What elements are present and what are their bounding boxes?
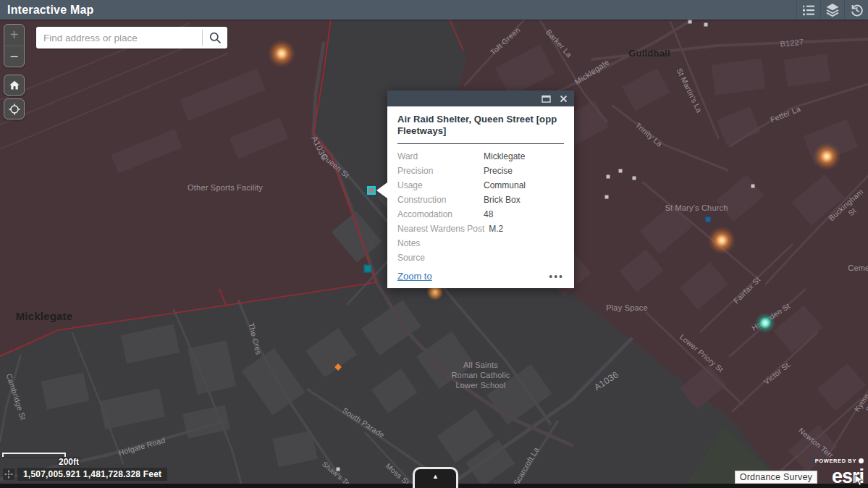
attribute-label: Precision [397,164,484,178]
coordinates-widget: 1,507,005.921 1,481,728.328 Feet [3,468,167,481]
teal-glow-marker[interactable] [755,313,775,333]
orange-glow-marker[interactable] [813,143,840,170]
popup-title: Air Raid Shelter, Queen Street [opp Flee… [397,114,564,137]
attribute-row: PrecisionPrecise [397,164,564,178]
legend-icon[interactable] [796,0,820,20]
attribute-label: Construction [397,193,484,207]
popup-divider [397,143,564,144]
blue-square-marker[interactable] [706,217,711,222]
teal-square-marker[interactable] [364,265,372,273]
attribute-label: Source [397,251,484,265]
scale-bar-line [2,453,66,457]
attribute-row: Notes [397,236,564,251]
maximize-icon[interactable] [542,95,551,103]
attribute-row: Source [397,251,564,265]
search-icon [208,31,222,45]
search-button[interactable] [203,27,227,49]
esri-globe-dot [859,458,864,463]
attribute-value: Communal [484,178,526,193]
home-button[interactable] [4,75,25,96]
zoom-in-button[interactable]: + [4,25,24,46]
search-box [36,27,227,49]
orange-glow-marker[interactable] [708,227,736,254]
esri-logo: POWERED BY esri [815,455,864,487]
ordnance-survey-attribution: Ordnance Survey [735,471,817,484]
popup-body: Air Raid Shelter, Queen Street [opp Flee… [387,106,574,288]
attribute-row: ConstructionBrick Box [397,193,564,207]
layers-icon[interactable] [820,0,844,20]
popup-header[interactable] [387,91,574,106]
attribute-table-toggle[interactable]: ▲ [413,467,458,488]
attribute-row: UsageCommunal [397,178,564,193]
attribute-label: Nearest Wardens Post [397,222,489,236]
close-icon[interactable] [560,95,568,103]
attribute-value: Brick Box [484,193,521,207]
locate-icon [8,103,21,116]
attribute-label: Ward [397,149,484,164]
attribute-value: M.2 [489,222,503,236]
attribute-label: Notes [397,236,484,251]
attribute-row: Accomodation48 [397,207,564,222]
selected-square-marker[interactable] [367,186,376,195]
locate-button[interactable] [4,98,25,119]
attribute-label: Usage [397,178,484,193]
app-header: Interactive Map [0,0,868,20]
popup-tail [376,182,387,198]
chevron-up-icon: ▲ [432,473,439,480]
popup-attributes: WardMicklegatePrecisionPreciseUsageCommu… [397,149,564,265]
search-input[interactable] [36,27,202,49]
crosshair-icon[interactable] [3,468,14,480]
attribute-value: 48 [484,207,493,222]
history-icon[interactable] [844,0,868,20]
attribute-row: Nearest Wardens PostM.2 [397,222,564,236]
powered-by-label: POWERED BY [815,458,856,464]
popup: Air Raid Shelter, Queen Street [opp Flee… [387,91,574,288]
header-icons [796,0,868,20]
coordinates-value: 1,507,005.921 1,481,728.328 Feet [17,468,167,481]
app-title: Interactive Map [7,4,93,17]
zoom-control: + − [4,24,25,67]
zoom-out-button[interactable]: − [4,46,24,67]
zoom-to-link[interactable]: Zoom to [397,271,432,282]
popup-footer: Zoom to ••• [397,271,564,282]
cursor-icon [854,474,865,488]
scale-label: 200ft [59,457,79,467]
attribute-row: WardMicklegate [397,149,564,164]
attribute-value: Micklegate [484,149,525,164]
app: GuildhallB1227Toft GreenBarker LaMickleg… [0,0,868,488]
orange-glow-marker[interactable] [268,40,295,67]
scale-bar: 200ft [2,453,66,457]
attribution-bar: Ordnance Survey [735,470,817,483]
more-options-button[interactable]: ••• [549,273,564,280]
attribute-label: Accomodation [397,207,484,222]
home-icon [8,79,21,92]
attribute-value: Precise [484,164,513,178]
